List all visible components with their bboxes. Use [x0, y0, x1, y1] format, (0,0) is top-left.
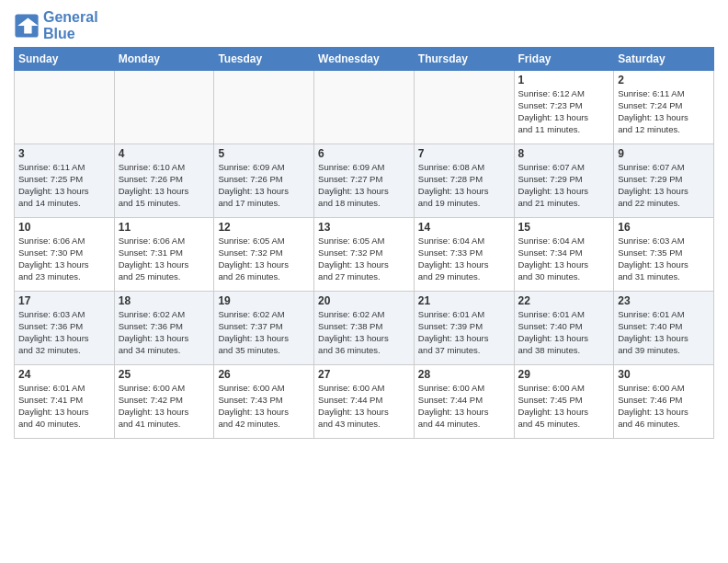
- day-number: 24: [18, 368, 110, 381]
- calendar-cell: 2Sunrise: 6:11 AM Sunset: 7:24 PM Daylig…: [614, 71, 714, 144]
- header: General Blue: [14, 9, 714, 41]
- calendar-cell: 13Sunrise: 6:05 AM Sunset: 7:32 PM Dayli…: [314, 218, 415, 292]
- day-number: 26: [218, 368, 310, 381]
- day-number: 2: [618, 74, 710, 86]
- day-number: 8: [518, 147, 610, 160]
- calendar-cell: 14Sunrise: 6:04 AM Sunset: 7:33 PM Dayli…: [414, 218, 514, 292]
- calendar-cell: 27Sunrise: 6:00 AM Sunset: 7:44 PM Dayli…: [314, 365, 415, 439]
- calendar-cell: 12Sunrise: 6:05 AM Sunset: 7:32 PM Dayli…: [214, 218, 314, 292]
- calendar-cell: 4Sunrise: 6:10 AM Sunset: 7:26 PM Daylig…: [114, 144, 214, 218]
- calendar-cell: 20Sunrise: 6:02 AM Sunset: 7:38 PM Dayli…: [314, 292, 415, 365]
- calendar-cell: [314, 71, 415, 144]
- calendar-week-3: 10Sunrise: 6:06 AM Sunset: 7:30 PM Dayli…: [15, 218, 714, 292]
- logo: General Blue: [14, 9, 98, 41]
- calendar-cell: 22Sunrise: 6:01 AM Sunset: 7:40 PM Dayli…: [514, 292, 614, 365]
- calendar-dow-friday: Friday: [514, 48, 614, 71]
- day-number: 7: [418, 147, 510, 160]
- day-number: 6: [318, 147, 410, 160]
- day-number: 22: [518, 294, 610, 307]
- day-number: 3: [18, 147, 110, 160]
- day-info: Sunrise: 6:00 AM Sunset: 7:45 PM Dayligh…: [518, 383, 610, 430]
- day-info: Sunrise: 6:00 AM Sunset: 7:44 PM Dayligh…: [418, 383, 510, 430]
- day-info: Sunrise: 6:01 AM Sunset: 7:40 PM Dayligh…: [618, 309, 710, 356]
- day-number: 19: [218, 294, 310, 307]
- page: General Blue SundayMondayTuesdayWednesda…: [0, 0, 728, 448]
- day-number: 16: [618, 221, 710, 234]
- calendar-cell: 18Sunrise: 6:02 AM Sunset: 7:36 PM Dayli…: [114, 292, 214, 365]
- logo-icon: [14, 13, 40, 39]
- day-info: Sunrise: 6:09 AM Sunset: 7:26 PM Dayligh…: [218, 162, 310, 209]
- day-number: 14: [418, 221, 510, 234]
- day-info: Sunrise: 6:00 AM Sunset: 7:42 PM Dayligh…: [119, 383, 210, 430]
- calendar-dow-thursday: Thursday: [414, 48, 514, 71]
- calendar-week-5: 24Sunrise: 6:01 AM Sunset: 7:41 PM Dayli…: [15, 365, 714, 439]
- day-info: Sunrise: 6:02 AM Sunset: 7:38 PM Dayligh…: [318, 309, 410, 356]
- day-number: 12: [218, 221, 310, 234]
- calendar-cell: 23Sunrise: 6:01 AM Sunset: 7:40 PM Dayli…: [614, 292, 714, 365]
- calendar-week-1: 1Sunrise: 6:12 AM Sunset: 7:23 PM Daylig…: [15, 71, 714, 144]
- day-info: Sunrise: 6:12 AM Sunset: 7:23 PM Dayligh…: [518, 88, 610, 135]
- logo-text: General Blue: [43, 9, 98, 41]
- calendar-cell: 25Sunrise: 6:00 AM Sunset: 7:42 PM Dayli…: [114, 365, 214, 439]
- calendar-cell: 24Sunrise: 6:01 AM Sunset: 7:41 PM Dayli…: [15, 365, 115, 439]
- calendar-cell: 30Sunrise: 6:00 AM Sunset: 7:46 PM Dayli…: [614, 365, 714, 439]
- calendar-dow-wednesday: Wednesday: [314, 48, 415, 71]
- day-info: Sunrise: 6:03 AM Sunset: 7:35 PM Dayligh…: [618, 236, 710, 282]
- day-number: 18: [119, 294, 210, 307]
- calendar-week-4: 17Sunrise: 6:03 AM Sunset: 7:36 PM Dayli…: [15, 292, 714, 365]
- calendar-cell: [214, 71, 314, 144]
- calendar-cell: 7Sunrise: 6:08 AM Sunset: 7:28 PM Daylig…: [414, 144, 514, 218]
- day-info: Sunrise: 6:04 AM Sunset: 7:33 PM Dayligh…: [418, 236, 510, 282]
- day-number: 4: [119, 147, 210, 160]
- day-info: Sunrise: 6:11 AM Sunset: 7:25 PM Dayligh…: [18, 162, 110, 209]
- day-number: 5: [218, 147, 310, 160]
- calendar-dow-sunday: Sunday: [15, 48, 115, 71]
- calendar-cell: 26Sunrise: 6:00 AM Sunset: 7:43 PM Dayli…: [214, 365, 314, 439]
- day-info: Sunrise: 6:06 AM Sunset: 7:30 PM Dayligh…: [18, 236, 110, 282]
- calendar-cell: [15, 71, 115, 144]
- calendar-cell: 19Sunrise: 6:02 AM Sunset: 7:37 PM Dayli…: [214, 292, 314, 365]
- day-info: Sunrise: 6:10 AM Sunset: 7:26 PM Dayligh…: [119, 162, 210, 209]
- logo-blue: Blue: [43, 26, 75, 41]
- day-number: 13: [318, 221, 410, 234]
- day-info: Sunrise: 6:04 AM Sunset: 7:34 PM Dayligh…: [518, 236, 610, 282]
- calendar-cell: 21Sunrise: 6:01 AM Sunset: 7:39 PM Dayli…: [414, 292, 514, 365]
- calendar-cell: 8Sunrise: 6:07 AM Sunset: 7:29 PM Daylig…: [514, 144, 614, 218]
- day-number: 11: [119, 221, 210, 234]
- day-info: Sunrise: 6:06 AM Sunset: 7:31 PM Dayligh…: [119, 236, 210, 282]
- day-number: 23: [618, 294, 710, 307]
- calendar-cell: 6Sunrise: 6:09 AM Sunset: 7:27 PM Daylig…: [314, 144, 415, 218]
- calendar-week-2: 3Sunrise: 6:11 AM Sunset: 7:25 PM Daylig…: [15, 144, 714, 218]
- day-info: Sunrise: 6:02 AM Sunset: 7:36 PM Dayligh…: [119, 309, 210, 356]
- day-info: Sunrise: 6:01 AM Sunset: 7:39 PM Dayligh…: [418, 309, 510, 356]
- calendar-cell: [414, 71, 514, 144]
- day-number: 10: [18, 221, 110, 234]
- calendar-cell: 3Sunrise: 6:11 AM Sunset: 7:25 PM Daylig…: [15, 144, 115, 218]
- calendar-cell: 17Sunrise: 6:03 AM Sunset: 7:36 PM Dayli…: [15, 292, 115, 365]
- day-info: Sunrise: 6:02 AM Sunset: 7:37 PM Dayligh…: [218, 309, 310, 356]
- day-info: Sunrise: 6:00 AM Sunset: 7:44 PM Dayligh…: [318, 383, 410, 430]
- calendar-dow-saturday: Saturday: [614, 48, 714, 71]
- calendar-cell: 29Sunrise: 6:00 AM Sunset: 7:45 PM Dayli…: [514, 365, 614, 439]
- day-info: Sunrise: 6:08 AM Sunset: 7:28 PM Dayligh…: [418, 162, 510, 209]
- day-info: Sunrise: 6:07 AM Sunset: 7:29 PM Dayligh…: [618, 162, 710, 209]
- day-number: 29: [518, 368, 610, 381]
- calendar-cell: [114, 71, 214, 144]
- calendar-header-row: SundayMondayTuesdayWednesdayThursdayFrid…: [15, 48, 714, 71]
- day-info: Sunrise: 6:09 AM Sunset: 7:27 PM Dayligh…: [318, 162, 410, 209]
- day-number: 25: [119, 368, 210, 381]
- day-number: 20: [318, 294, 410, 307]
- calendar-cell: 10Sunrise: 6:06 AM Sunset: 7:30 PM Dayli…: [15, 218, 115, 292]
- day-number: 30: [618, 368, 710, 381]
- calendar-dow-monday: Monday: [114, 48, 214, 71]
- day-number: 28: [418, 368, 510, 381]
- day-number: 21: [418, 294, 510, 307]
- day-info: Sunrise: 6:00 AM Sunset: 7:46 PM Dayligh…: [618, 383, 710, 430]
- calendar-cell: 15Sunrise: 6:04 AM Sunset: 7:34 PM Dayli…: [514, 218, 614, 292]
- calendar-cell: 16Sunrise: 6:03 AM Sunset: 7:35 PM Dayli…: [614, 218, 714, 292]
- day-number: 15: [518, 221, 610, 234]
- day-number: 17: [18, 294, 110, 307]
- day-number: 1: [518, 74, 610, 86]
- calendar-table: SundayMondayTuesdayWednesdayThursdayFrid…: [14, 47, 714, 439]
- calendar-cell: 5Sunrise: 6:09 AM Sunset: 7:26 PM Daylig…: [214, 144, 314, 218]
